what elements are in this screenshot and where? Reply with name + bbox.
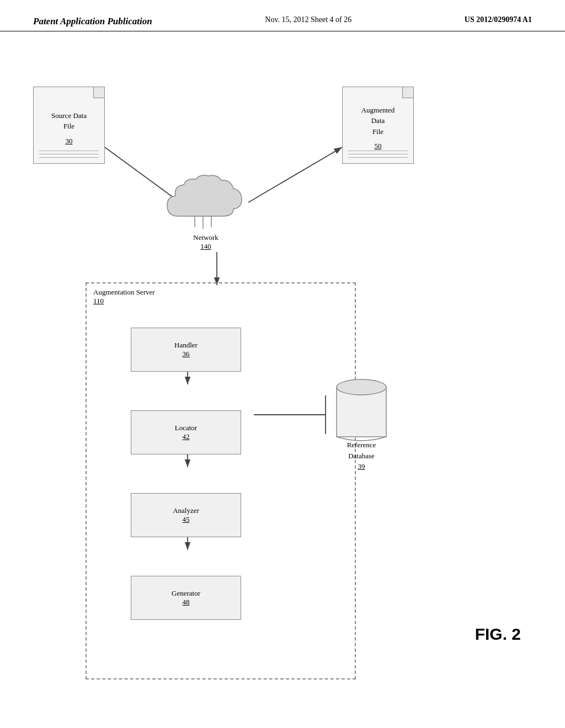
source-data-ref: 30 [66, 136, 73, 146]
augmented-data-file-box: AugmentedDataFile 50 [342, 87, 414, 164]
augmented-data-label: AugmentedDataFile [361, 105, 395, 137]
diagram-area: Source DataFile 30 AugmentedDataFile 50 [0, 31, 565, 715]
header-center: Nov. 15, 2012 Sheet 4 of 26 [265, 15, 351, 24]
handler-box: Handler 36 [131, 328, 241, 372]
analyzer-box: Analyzer 45 [131, 493, 241, 537]
augmented-data-ref: 50 [375, 141, 382, 151]
generator-box: Generator 48 [131, 576, 241, 620]
source-data-label: Source DataFile [51, 110, 87, 132]
server-label: Augmentation Server 110 [93, 288, 155, 306]
svg-point-17 [337, 379, 386, 395]
reference-db-label: Reference Database 39 [347, 440, 376, 472]
reference-database: Reference Database 39 [331, 373, 392, 472]
network-label: Network 140 [162, 233, 250, 251]
augmentation-server-box: Augmentation Server 110 Handler 36 Locat… [86, 282, 356, 679]
locator-box: Locator 42 [131, 410, 241, 454]
publication-title: Patent Application Publication [33, 15, 152, 28]
svg-line-3 [248, 147, 342, 202]
patent-number: US 2012/0290974 A1 [465, 15, 532, 24]
source-data-file-box: Source DataFile 30 [33, 87, 105, 164]
page-header: Patent Application Publication Nov. 15, … [0, 0, 565, 31]
figure-label: FIG. 2 [475, 625, 521, 644]
network-cloud: Network 140 [162, 169, 250, 251]
